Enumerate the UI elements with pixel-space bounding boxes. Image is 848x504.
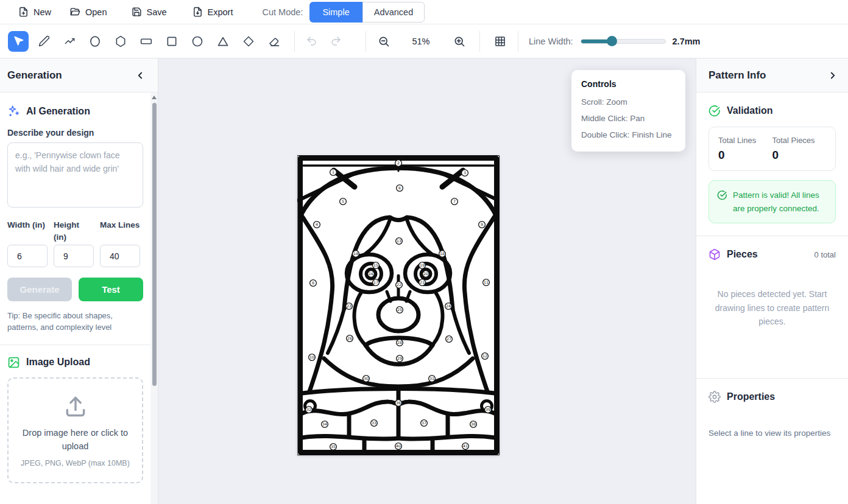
pencil-icon bbox=[38, 35, 50, 47]
tool-polyline-button[interactable] bbox=[59, 31, 80, 52]
height-input[interactable] bbox=[54, 245, 94, 267]
svg-text:4: 4 bbox=[316, 222, 318, 226]
svg-text:41: 41 bbox=[463, 444, 468, 448]
grid-toggle-button[interactable] bbox=[491, 32, 509, 51]
svg-text:39: 39 bbox=[486, 407, 490, 411]
section-divider bbox=[0, 345, 150, 345]
redo-button[interactable] bbox=[325, 31, 346, 52]
toolbar-separator bbox=[518, 31, 518, 52]
pattern-sheet[interactable]: 1234567891011121314151617181920212223242… bbox=[297, 155, 500, 455]
pieces-empty-message: No pieces detected yet. Start drawing li… bbox=[710, 287, 835, 328]
pattern-info-header: Pattern Info bbox=[696, 58, 848, 93]
tool-select-button[interactable] bbox=[8, 31, 29, 52]
export-label: Export bbox=[208, 7, 233, 17]
folder-open-icon bbox=[70, 7, 80, 17]
zoom-in-button[interactable] bbox=[450, 32, 468, 51]
pattern-info-panel: Pattern Info Validation Total Lines 0 To… bbox=[696, 58, 848, 504]
cube-icon bbox=[708, 248, 721, 261]
height-field: Height (in) bbox=[54, 219, 94, 267]
dropzone-formats: JPEG, PNG, WebP (max 10MB) bbox=[16, 458, 135, 469]
svg-text:14: 14 bbox=[353, 251, 358, 256]
cut-mode-advanced-button[interactable]: Advanced bbox=[362, 2, 425, 23]
generation-panel-title: Generation bbox=[7, 69, 62, 82]
design-description-input[interactable] bbox=[7, 142, 143, 208]
controls-middle-click-hint: Middle Click: Pan bbox=[581, 110, 676, 127]
image-upload-title: Image Upload bbox=[26, 357, 90, 368]
svg-text:30: 30 bbox=[364, 376, 369, 380]
pattern-drawing: 1234567891011121314151617181920212223242… bbox=[297, 155, 500, 455]
pattern-number-labels: 1234567891011121314151617181920212223242… bbox=[306, 160, 492, 450]
generate-button[interactable]: Generate bbox=[7, 278, 72, 301]
open-button[interactable]: Open bbox=[70, 7, 107, 17]
tool-rectangle-button[interactable] bbox=[136, 31, 157, 52]
drawing-canvas[interactable]: 1234567891011121314151617181920212223242… bbox=[159, 58, 696, 504]
zoom-out-button[interactable] bbox=[375, 32, 393, 51]
cut-mode-label: Cut Mode: bbox=[262, 7, 303, 17]
scrollbar-thumb[interactable] bbox=[152, 103, 157, 386]
eraser-icon bbox=[268, 35, 280, 47]
svg-text:23: 23 bbox=[347, 304, 352, 308]
svg-text:6: 6 bbox=[398, 186, 401, 190]
tool-pencil-button[interactable] bbox=[34, 31, 54, 52]
tool-square-button[interactable] bbox=[161, 31, 182, 52]
image-dropzone[interactable]: Drop image here or click to upload JPEG,… bbox=[7, 377, 143, 483]
validation-stats-card: Total Lines 0 Total Pieces 0 bbox=[708, 127, 836, 171]
test-button[interactable]: Test bbox=[79, 278, 143, 301]
tool-ellipse-button[interactable] bbox=[85, 31, 105, 52]
tool-hexagon-button[interactable] bbox=[110, 31, 131, 52]
left-panel-scrollbar[interactable] bbox=[150, 93, 158, 504]
export-button[interactable]: Export bbox=[193, 7, 233, 17]
open-label: Open bbox=[85, 7, 107, 17]
tool-triangle-button[interactable] bbox=[213, 31, 233, 52]
max-lines-input[interactable] bbox=[100, 245, 140, 267]
dimension-fields: Width (in) Height (in) Max Lines bbox=[7, 219, 143, 267]
line-width-label: Line Width: bbox=[529, 37, 573, 46]
properties-empty-message: Select a line to view its properties bbox=[708, 429, 836, 438]
svg-text:34: 34 bbox=[322, 422, 327, 426]
save-button[interactable]: Save bbox=[132, 7, 167, 17]
tool-diamond-button[interactable] bbox=[238, 31, 259, 52]
line-width-slider[interactable] bbox=[581, 39, 666, 44]
collapse-left-icon[interactable] bbox=[135, 70, 146, 81]
undo-button[interactable] bbox=[301, 31, 322, 52]
new-button[interactable]: New bbox=[18, 7, 51, 17]
properties-title: Properties bbox=[727, 391, 775, 402]
width-input[interactable] bbox=[7, 245, 48, 267]
validation-success-message: Pattern is valid! All lines are properly… bbox=[708, 180, 836, 223]
cut-mode-switcher: Simple Advanced bbox=[309, 2, 425, 23]
svg-text:12: 12 bbox=[482, 354, 487, 358]
triangle-icon bbox=[217, 35, 229, 47]
scrollbar-up-arrow-icon[interactable] bbox=[152, 96, 157, 99]
pieces-title: Pieces bbox=[727, 249, 758, 260]
svg-text:20: 20 bbox=[423, 271, 428, 276]
polyline-icon bbox=[64, 35, 76, 47]
svg-text:8: 8 bbox=[312, 281, 314, 285]
slider-thumb[interactable] bbox=[607, 36, 617, 46]
svg-text:1: 1 bbox=[332, 170, 334, 174]
generation-panel-body: AI Generation Describe your design Width… bbox=[0, 93, 150, 504]
save-icon bbox=[132, 7, 142, 17]
tool-circle-button[interactable] bbox=[187, 31, 208, 52]
circle-icon bbox=[191, 35, 203, 47]
svg-text:35: 35 bbox=[331, 444, 336, 449]
top-toolbar: New Open Save Export Cut Mode: Simple Ad… bbox=[0, 0, 848, 24]
collapse-right-icon[interactable] bbox=[827, 70, 838, 81]
dropzone-text: Drop image here or click to upload bbox=[16, 426, 135, 453]
hexagon-icon bbox=[115, 35, 127, 47]
pattern-info-title: Pattern Info bbox=[708, 69, 766, 82]
svg-text:18: 18 bbox=[440, 251, 445, 256]
generation-panel-header: Generation bbox=[0, 58, 158, 93]
cut-mode-simple-button[interactable]: Simple bbox=[309, 2, 362, 23]
total-lines-value: 0 bbox=[718, 149, 772, 162]
svg-text:7: 7 bbox=[453, 199, 456, 203]
new-label: New bbox=[34, 7, 51, 17]
svg-text:37: 37 bbox=[422, 421, 426, 425]
ai-generation-header: AI Generation bbox=[7, 105, 143, 117]
properties-section: Properties Select a line to view its pro… bbox=[696, 379, 848, 450]
controls-tooltip: Controls Scroll: Zoom Middle Click: Pan … bbox=[571, 70, 685, 152]
tool-eraser-button[interactable] bbox=[264, 31, 284, 52]
svg-text:3: 3 bbox=[464, 170, 466, 175]
svg-text:24: 24 bbox=[446, 304, 451, 308]
save-label: Save bbox=[147, 7, 167, 17]
upload-icon bbox=[62, 394, 89, 419]
